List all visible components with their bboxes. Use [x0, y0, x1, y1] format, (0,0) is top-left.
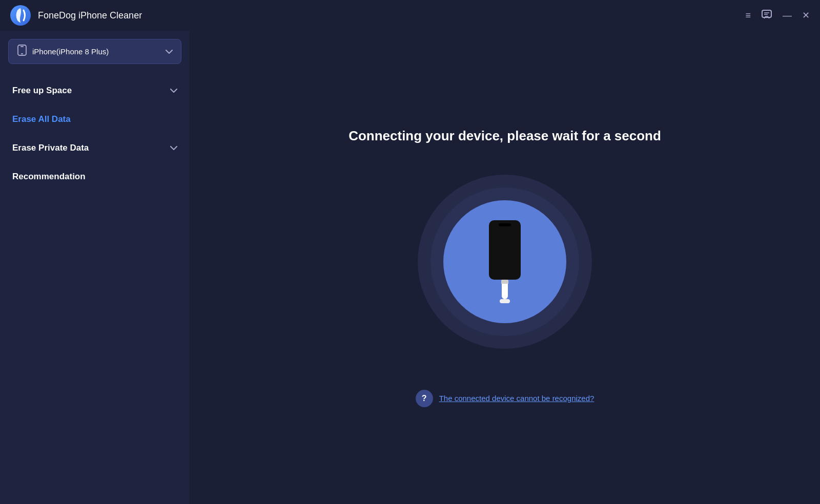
help-link[interactable]: The connected device cannot be recognize…: [439, 394, 594, 403]
content-area: Connecting your device, please wait for …: [190, 31, 820, 504]
help-icon: ?: [416, 390, 433, 407]
phone-body: [489, 220, 521, 280]
cable-connector: [501, 280, 508, 284]
titlebar: FoneDog iPhone Cleaner ≡ — ✕: [0, 0, 820, 31]
chat-button[interactable]: [761, 9, 772, 22]
device-chevron-icon: [166, 48, 173, 56]
ring-outer: [418, 175, 592, 349]
sidebar-item-erase-private-data[interactable]: Erase Private Data: [0, 134, 190, 162]
cable: [502, 284, 508, 299]
main-layout: iPhone(iPhone 8 Plus) Free up Space Eras…: [0, 31, 820, 504]
sidebar-item-erase-all-data[interactable]: Erase All Data: [0, 105, 190, 134]
titlebar-left: FoneDog iPhone Cleaner: [10, 5, 142, 26]
sidebar-chevron-icon: [170, 144, 177, 152]
sidebar-item-label: Erase All Data: [12, 114, 71, 124]
device-name: iPhone(iPhone 8 Plus): [32, 47, 109, 56]
sidebar-item-label: Free up Space: [12, 86, 72, 96]
ring-inner: [443, 200, 566, 323]
device-phone-icon: [17, 45, 27, 58]
close-button[interactable]: ✕: [802, 11, 810, 20]
device-selector[interactable]: iPhone(iPhone 8 Plus): [8, 39, 181, 64]
phone-container: [489, 220, 521, 303]
sidebar-item-recommendation[interactable]: Recommendation: [0, 162, 190, 191]
sidebar-item-label: Erase Private Data: [12, 143, 89, 153]
svg-rect-6: [21, 53, 23, 54]
app-title: FoneDog iPhone Cleaner: [38, 10, 142, 21]
svg-rect-5: [20, 46, 24, 47]
sidebar-item-free-up-space[interactable]: Free up Space: [0, 76, 190, 105]
app-logo: [10, 5, 31, 26]
sidebar-chevron-icon: [170, 87, 177, 95]
device-animation: [418, 175, 592, 349]
titlebar-controls: ≡ — ✕: [745, 9, 810, 22]
phone-notch: [499, 223, 511, 226]
cable-tip: [500, 299, 510, 303]
connecting-title: Connecting your device, please wait for …: [348, 128, 661, 144]
minimize-button[interactable]: —: [783, 11, 792, 20]
help-row: ? The connected device cannot be recogni…: [416, 390, 594, 407]
sidebar: iPhone(iPhone 8 Plus) Free up Space Eras…: [0, 31, 190, 504]
sidebar-item-label: Recommendation: [12, 172, 86, 182]
ring-middle: [430, 187, 579, 336]
menu-button[interactable]: ≡: [745, 11, 751, 20]
